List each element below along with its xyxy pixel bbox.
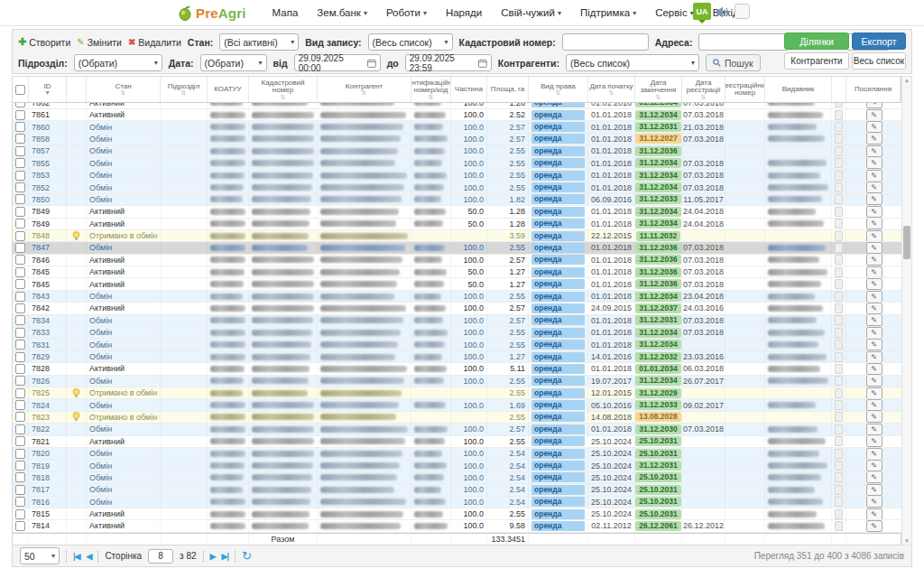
- nav-item-Роботи[interactable]: Роботи▾: [386, 7, 427, 18]
- table-row[interactable]: 7852Обмін100.02.55оренда01.01.201831.12.…: [13, 182, 902, 193]
- row-checkbox[interactable]: [15, 194, 25, 204]
- contragents-button[interactable]: Контрагенти: [784, 52, 849, 70]
- column-header-Дата початку[interactable]: Дата початку⇅: [588, 77, 635, 102]
- edit-link-button[interactable]: ✎: [866, 412, 882, 423]
- table-row[interactable]: 7826Обмін100.02.55оренда19.07.201731.12.…: [13, 376, 902, 387]
- row-checkbox[interactable]: [15, 134, 25, 144]
- column-header-Стан[interactable]: Стан⇅: [87, 77, 161, 102]
- nav-item-Зем.банк[interactable]: Зем.банк▾: [317, 7, 367, 18]
- edit-link-button[interactable]: ✎: [866, 448, 882, 459]
- create-button[interactable]: ✚Створити: [18, 36, 70, 48]
- row-checkbox[interactable]: [15, 436, 25, 446]
- edit-link-button[interactable]: ✎: [866, 497, 882, 508]
- row-checkbox[interactable]: [15, 182, 25, 192]
- row-checkbox[interactable]: [15, 231, 25, 241]
- table-row[interactable]: 7858Обмін100.02.57оренда01.01.201831.12.…: [13, 134, 902, 145]
- table-row[interactable]: 7860Обмін100.02.57оренда01.01.201831.12.…: [13, 121, 902, 133]
- first-page-button[interactable]: |◀: [73, 552, 79, 561]
- cadastre-input[interactable]: [562, 33, 649, 51]
- edit-link-button[interactable]: ✎: [866, 219, 882, 229]
- row-checkbox[interactable]: [15, 521, 25, 531]
- nav-item-Свій-чужий[interactable]: Свій-чужий▾: [501, 7, 561, 18]
- row-checkbox[interactable]: [15, 279, 25, 289]
- row-checkbox[interactable]: [15, 472, 25, 482]
- row-checkbox[interactable]: [15, 376, 25, 386]
- edit-link-button[interactable]: ✎: [866, 266, 882, 277]
- edit-link-button[interactable]: ✎: [866, 303, 882, 313]
- edit-button[interactable]: ✎Змінити: [77, 37, 122, 48]
- parcels-button[interactable]: Ділянки: [784, 33, 849, 50]
- row-checkbox[interactable]: [15, 328, 25, 338]
- row-checkbox[interactable]: [15, 461, 25, 471]
- contragents-select[interactable]: (Весь список)▾: [566, 54, 699, 71]
- row-checkbox[interactable]: [15, 292, 25, 302]
- table-row[interactable]: 7861Активний100.02.52оренда01.01.201831.…: [13, 109, 902, 121]
- edit-link-button[interactable]: ✎: [866, 109, 882, 120]
- last-page-button[interactable]: ▶|: [222, 552, 228, 561]
- edit-link-button[interactable]: ✎: [866, 363, 882, 374]
- edit-link-button[interactable]: ✎: [866, 351, 882, 362]
- edit-link-button[interactable]: ✎: [866, 460, 882, 471]
- page-input[interactable]: 8: [148, 549, 173, 564]
- row-checkbox[interactable]: [15, 303, 25, 313]
- column-header-Кадастровий номер[interactable]: Кадастровий номер⇅: [249, 77, 318, 102]
- row-checkbox[interactable]: [15, 103, 25, 107]
- edit-link-button[interactable]: ✎: [866, 484, 882, 495]
- row-checkbox[interactable]: [15, 243, 25, 253]
- table-row[interactable]: 7853Обмін100.02.55оренда01.01.201831.12.…: [13, 170, 902, 182]
- edit-link-button[interactable]: ✎: [866, 182, 882, 192]
- edit-link-button[interactable]: ✎: [866, 255, 882, 266]
- nav-item-Мапа[interactable]: Мапа: [273, 7, 299, 18]
- state-select[interactable]: (Всі активні)▾: [219, 33, 299, 51]
- row-checkbox[interactable]: [15, 340, 25, 350]
- speaker-icon[interactable]: [716, 5, 730, 20]
- row-checkbox[interactable]: [15, 400, 25, 410]
- row-checkbox[interactable]: [15, 110, 25, 120]
- row-checkbox[interactable]: [15, 219, 25, 228]
- edit-link-button[interactable]: ✎: [866, 230, 882, 241]
- table-row[interactable]: 7815Активний100.02.55оренда25.10.202425.…: [13, 508, 902, 520]
- edit-link-button[interactable]: ✎: [866, 508, 882, 519]
- unit-select[interactable]: (Обрати)▾: [74, 54, 162, 71]
- table-row[interactable]: 7849Активний50.01.28оренда01.01.201831.1…: [13, 206, 902, 218]
- edit-link-button[interactable]: ✎: [866, 278, 882, 289]
- row-checkbox[interactable]: [15, 267, 25, 277]
- search-button[interactable]: Пошук: [706, 54, 761, 71]
- app-logo[interactable]: PreAgri: [179, 5, 246, 21]
- edit-link-button[interactable]: ✎: [866, 134, 882, 144]
- row-checkbox[interactable]: [15, 364, 25, 374]
- table-row[interactable]: 7821Активний100.02.55оренда25.10.202425.…: [13, 436, 902, 448]
- table-row[interactable]: 7834Обмін100.02.57оренда01.01.201831.12.…: [13, 315, 902, 327]
- table-row[interactable]: 7828Активний100.05.11оренда01.01.201801.…: [13, 363, 902, 375]
- edit-link-button[interactable]: ✎: [866, 103, 882, 108]
- row-checkbox[interactable]: [15, 449, 25, 459]
- column-header-Дата реєстрації[interactable]: Дата реєстрації⇅: [682, 77, 725, 102]
- table-row[interactable]: 7823Отримано в обмін2.55оренда14.08.2018…: [13, 412, 902, 424]
- edit-link-button[interactable]: ✎: [866, 145, 882, 156]
- table-row[interactable]: 7862Активний100.01.28оренда01.01.201631.…: [13, 103, 902, 109]
- table-row[interactable]: 7848Отримано в обмін3.59оренда22.12.2015…: [13, 230, 902, 242]
- edit-link-button[interactable]: ✎: [866, 170, 882, 181]
- address-input[interactable]: [698, 33, 789, 51]
- edit-link-button[interactable]: ✎: [866, 339, 882, 350]
- table-row[interactable]: 7817Обмін100.02.54оренда25.10.202425.10.…: [13, 484, 902, 496]
- table-row[interactable]: 7855Обмін100.02.55оренда01.01.201831.12.…: [13, 158, 902, 170]
- table-row[interactable]: 7829Обмін100.01.27оренда14.01.201631.12.…: [13, 351, 902, 363]
- edit-link-button[interactable]: ✎: [866, 206, 882, 217]
- edit-link-button[interactable]: ✎: [866, 424, 882, 434]
- nav-item-Підтримка[interactable]: Підтримка▾: [580, 7, 636, 18]
- row-checkbox[interactable]: [15, 146, 25, 156]
- table-row[interactable]: 7846Активний100.02.57оренда01.01.201831.…: [13, 255, 902, 266]
- row-checkbox[interactable]: [15, 158, 25, 168]
- edit-link-button[interactable]: ✎: [866, 194, 882, 205]
- row-checkbox[interactable]: [15, 424, 25, 434]
- language-badge[interactable]: UA: [693, 3, 711, 20]
- table-row[interactable]: 7825Отримано в обмін2.55оренда12.01.2015…: [13, 387, 902, 399]
- table-row[interactable]: 7845Активний50.01.27оренда01.01.201831.1…: [13, 266, 902, 278]
- table-row[interactable]: 7816Обмін100.02.54оренда25.10.202425.10.…: [13, 497, 902, 508]
- delete-button[interactable]: ✖Видалити: [128, 37, 181, 48]
- edit-link-button[interactable]: ✎: [866, 472, 882, 483]
- table-row[interactable]: 7833Обмін100.02.55оренда01.01.201831.12.…: [13, 327, 902, 339]
- row-checkbox[interactable]: [15, 485, 25, 495]
- page-size-select[interactable]: 50▾: [20, 547, 60, 564]
